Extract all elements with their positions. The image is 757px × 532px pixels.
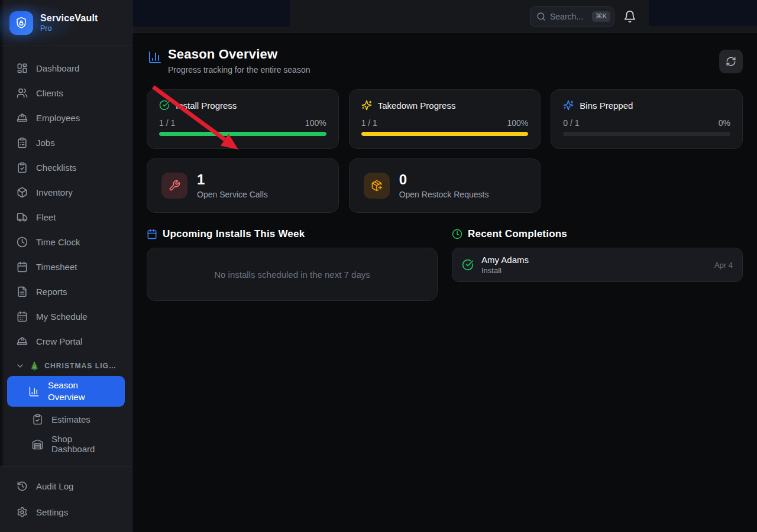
progress-count: 1 / 1 (159, 118, 175, 128)
open-service-calls-card: 1 Open Service Calls (147, 158, 339, 213)
topbar-decoration-right (649, 0, 757, 26)
sidebar-item-reports[interactable]: Reports (7, 279, 125, 304)
search-icon (536, 12, 546, 21)
sidebar-item-label: Audit Log (36, 481, 73, 491)
wrench-icon (161, 173, 187, 199)
stat-label: Open Service Calls (197, 190, 268, 199)
sidebar-item-timesheet[interactable]: Timesheet (7, 254, 125, 279)
stat-label: Open Restock Requests (399, 190, 489, 199)
sidebar-item-my-schedule[interactable]: My Schedule (7, 304, 125, 329)
sidebar: ServiceVault Pro Dashboard Clients Emplo… (0, 0, 132, 532)
sidebar-item-label: Shop Dashboard (51, 434, 115, 454)
refresh-icon (726, 56, 736, 67)
install-progress-card: Install Progress 1 / 1 100% (147, 89, 339, 149)
section-label: CHRISTMAS LIG… (44, 362, 117, 370)
file-text-icon (17, 286, 28, 297)
sidebar-item-label: Employees (36, 113, 80, 123)
app-name: ServiceVault (40, 13, 98, 24)
sidebar-item-label: Clients (36, 88, 63, 98)
calendar-icon (147, 229, 157, 239)
progress-count: 1 / 1 (361, 118, 377, 128)
search-input[interactable] (550, 12, 588, 21)
refresh-button[interactable] (719, 50, 743, 73)
notifications-bell-icon[interactable] (623, 10, 636, 23)
warehouse-icon (32, 439, 43, 450)
history-icon (17, 481, 28, 492)
empty-state-text: No installs scheduled in the next 7 days (214, 270, 370, 280)
main-content: Season Overview Progress tracking for th… (132, 33, 757, 532)
sidebar-item-inventory[interactable]: Inventory (7, 180, 125, 205)
progress-bar-track (563, 132, 730, 136)
sidebar-item-clients[interactable]: Clients (7, 80, 125, 105)
sidebar-item-employees[interactable]: Employees (7, 105, 125, 130)
sparkles-icon (563, 100, 574, 111)
circle-check-icon (159, 100, 170, 111)
section-title: Recent Completions (468, 228, 567, 240)
completion-date: Apr 4 (714, 261, 733, 270)
truck-icon (17, 212, 28, 223)
progress-card-label: Install Progress (176, 100, 237, 111)
app-tier-badge: Pro (40, 24, 98, 33)
sidebar-item-label: Crew Portal (36, 336, 82, 346)
completion-job-type: Install (481, 266, 529, 275)
stat-value: 1 (197, 172, 268, 187)
sidebar-section-christmas-lights[interactable]: 🎄 CHRISTMAS LIG… (7, 357, 125, 375)
page-title: Season Overview (168, 47, 310, 62)
sidebar-item-fleet[interactable]: Fleet (7, 205, 125, 229)
sidebar-item-label: Timesheet (36, 262, 77, 272)
sidebar-item-dashboard[interactable]: Dashboard (7, 56, 125, 80)
stat-value: 0 (399, 172, 489, 187)
progress-card-label: Takedown Progress (378, 100, 456, 111)
sidebar-item-estimates[interactable]: Estimates (22, 407, 125, 432)
sidebar-item-shop-dashboard[interactable]: Shop Dashboard (22, 432, 125, 456)
sidebar-item-season-overview[interactable]: Season Overview (7, 376, 125, 407)
takedown-progress-card: Takedown Progress 1 / 1 100% (349, 89, 541, 149)
sparkles-icon (361, 100, 372, 111)
search-shortcut-badge: ⌘K (592, 11, 610, 22)
recent-completion-list-item[interactable]: Amy Adams Install Apr 4 (452, 248, 743, 282)
shield-lock-logo-icon (9, 11, 33, 35)
circle-check-icon (462, 259, 474, 271)
hard-hat-icon (17, 112, 28, 124)
clock-icon (452, 229, 462, 239)
users-icon (17, 87, 28, 99)
upcoming-installs-empty-state: No installs scheduled in the next 7 days (147, 248, 438, 301)
clock-icon (17, 236, 28, 248)
calendar-days-icon (17, 311, 28, 322)
sidebar-item-label: Checklists (36, 163, 76, 173)
upcoming-installs-section: Upcoming Installs This Week No installs … (147, 228, 438, 301)
bins-prepped-card: Bins Prepped 0 / 1 0% (551, 89, 743, 149)
sidebar-nav: Dashboard Clients Employees Jobs Checkli… (0, 46, 132, 456)
sidebar-item-label: My Schedule (36, 312, 88, 322)
progress-cards-row: Install Progress 1 / 1 100% Takedown Pro… (147, 89, 743, 149)
sidebar-item-settings[interactable]: Settings (7, 499, 125, 525)
progress-percent: 0% (719, 118, 730, 128)
sidebar-item-jobs[interactable]: Jobs (7, 130, 125, 155)
sidebar-item-crew-portal[interactable]: Crew Portal (7, 329, 125, 353)
clipboard-check-icon (17, 162, 28, 173)
global-search[interactable]: ⌘K (530, 6, 614, 27)
sidebar-item-time-clock[interactable]: Time Clock (7, 229, 125, 254)
calendar-icon (17, 261, 28, 273)
progress-bar-fill (361, 132, 529, 136)
open-restock-requests-card: 0 Open Restock Requests (349, 158, 541, 213)
progress-percent: 100% (305, 118, 326, 128)
sidebar-item-label: Season Overview (48, 379, 115, 404)
clipboard-list-icon (17, 137, 28, 148)
recent-completions-section: Recent Completions Amy Adams Install Apr… (452, 228, 743, 301)
sidebar-item-checklists[interactable]: Checklists (7, 155, 125, 180)
sidebar-footer: Audit Log Settings (0, 466, 132, 532)
sidebar-item-label: Jobs (36, 138, 55, 148)
page-header: Season Overview Progress tracking for th… (147, 47, 743, 74)
stat-cards-row: 1 Open Service Calls 0 Open Restock Requ… (147, 158, 743, 213)
chevron-down-icon (15, 361, 25, 371)
sidebar-item-label: Time Clock (36, 237, 80, 247)
sidebar-item-label: Dashboard (36, 63, 79, 73)
sidebar-item-label: Reports (36, 287, 67, 297)
package-icon (17, 187, 28, 198)
topbar-decoration-left (124, 0, 290, 27)
layout-dashboard-icon (17, 63, 28, 74)
progress-count: 0 / 1 (563, 118, 579, 128)
package-plus-icon (364, 173, 390, 199)
sidebar-item-audit-log[interactable]: Audit Log (7, 473, 125, 499)
